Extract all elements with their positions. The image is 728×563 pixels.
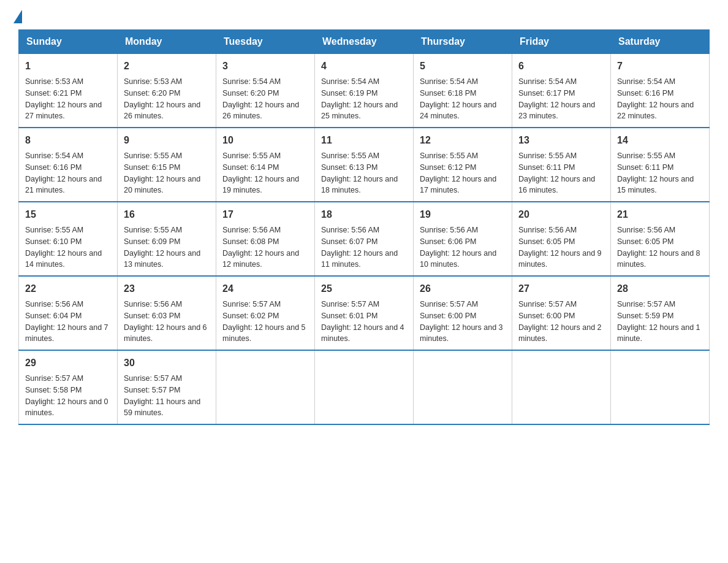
calendar-day-cell: 8Sunrise: 5:54 AMSunset: 6:16 PMDaylight… <box>19 128 118 202</box>
calendar-day-cell: 15Sunrise: 5:55 AMSunset: 6:10 PMDayligh… <box>19 202 118 276</box>
day-number: 9 <box>124 133 210 148</box>
calendar-day-cell: 9Sunrise: 5:55 AMSunset: 6:15 PMDaylight… <box>118 128 216 202</box>
day-info: Sunrise: 5:57 AMSunset: 5:59 PMDaylight:… <box>617 299 703 345</box>
day-number: 22 <box>25 282 111 296</box>
day-info: Sunrise: 5:54 AMSunset: 6:17 PMDaylight:… <box>518 76 604 122</box>
calendar-day-cell: 29Sunrise: 5:57 AMSunset: 5:58 PMDayligh… <box>19 350 118 424</box>
calendar-day-cell: 6Sunrise: 5:54 AMSunset: 6:17 PMDaylight… <box>512 54 611 128</box>
weekday-header-saturday: Saturday <box>611 30 710 54</box>
day-number: 23 <box>124 282 210 296</box>
weekday-header-thursday: Thursday <box>414 30 512 54</box>
day-number: 2 <box>124 59 210 74</box>
day-number: 14 <box>617 133 703 148</box>
day-info: Sunrise: 5:57 AMSunset: 5:57 PMDaylight:… <box>124 373 210 419</box>
day-info: Sunrise: 5:55 AMSunset: 6:15 PMDaylight:… <box>124 150 210 196</box>
day-number: 7 <box>617 59 703 74</box>
weekday-header-row: SundayMondayTuesdayWednesdayThursdayFrid… <box>19 30 710 54</box>
day-info: Sunrise: 5:53 AMSunset: 6:20 PMDaylight:… <box>124 76 210 122</box>
day-info: Sunrise: 5:56 AMSunset: 6:07 PMDaylight:… <box>321 224 407 270</box>
calendar-day-cell: 25Sunrise: 5:57 AMSunset: 6:01 PMDayligh… <box>315 276 414 350</box>
day-number: 3 <box>222 59 308 74</box>
day-info: Sunrise: 5:55 AMSunset: 6:09 PMDaylight:… <box>124 224 210 270</box>
day-info: Sunrise: 5:57 AMSunset: 6:00 PMDaylight:… <box>420 299 506 345</box>
calendar-day-cell: 7Sunrise: 5:54 AMSunset: 6:16 PMDaylight… <box>611 54 710 128</box>
calendar-day-cell: 24Sunrise: 5:57 AMSunset: 6:02 PMDayligh… <box>216 276 315 350</box>
day-number: 30 <box>124 356 210 370</box>
weekday-header-tuesday: Tuesday <box>216 30 315 54</box>
day-number: 16 <box>124 207 210 222</box>
calendar-day-cell: 26Sunrise: 5:57 AMSunset: 6:00 PMDayligh… <box>414 276 512 350</box>
day-number: 21 <box>617 207 703 222</box>
calendar-week-row: 1Sunrise: 5:53 AMSunset: 6:21 PMDaylight… <box>19 54 710 128</box>
calendar-header: SundayMondayTuesdayWednesdayThursdayFrid… <box>19 30 710 54</box>
calendar-day-cell: 2Sunrise: 5:53 AMSunset: 6:20 PMDaylight… <box>118 54 216 128</box>
calendar-day-cell: 30Sunrise: 5:57 AMSunset: 5:57 PMDayligh… <box>118 350 216 424</box>
day-info: Sunrise: 5:56 AMSunset: 6:05 PMDaylight:… <box>617 224 703 270</box>
calendar-day-cell: 21Sunrise: 5:56 AMSunset: 6:05 PMDayligh… <box>611 202 710 276</box>
day-number: 26 <box>420 282 506 296</box>
day-number: 8 <box>25 133 111 148</box>
day-info: Sunrise: 5:54 AMSunset: 6:19 PMDaylight:… <box>321 76 407 122</box>
calendar-day-cell: 22Sunrise: 5:56 AMSunset: 6:04 PMDayligh… <box>19 276 118 350</box>
calendar-day-cell <box>611 350 710 424</box>
day-number: 1 <box>25 59 111 74</box>
day-number: 15 <box>25 207 111 222</box>
day-info: Sunrise: 5:55 AMSunset: 6:14 PMDaylight:… <box>222 150 308 196</box>
day-info: Sunrise: 5:54 AMSunset: 6:18 PMDaylight:… <box>420 76 506 122</box>
day-number: 25 <box>321 282 407 296</box>
day-number: 13 <box>518 133 604 148</box>
calendar-day-cell: 5Sunrise: 5:54 AMSunset: 6:18 PMDaylight… <box>414 54 512 128</box>
day-number: 20 <box>518 207 604 222</box>
day-number: 11 <box>321 133 407 148</box>
calendar-day-cell: 27Sunrise: 5:57 AMSunset: 6:00 PMDayligh… <box>512 276 611 350</box>
calendar-day-cell <box>414 350 512 424</box>
weekday-header-wednesday: Wednesday <box>315 30 414 54</box>
weekday-header-monday: Monday <box>118 30 216 54</box>
calendar-day-cell: 14Sunrise: 5:55 AMSunset: 6:11 PMDayligh… <box>611 128 710 202</box>
day-info: Sunrise: 5:55 AMSunset: 6:11 PMDaylight:… <box>518 150 604 196</box>
day-number: 4 <box>321 59 407 74</box>
calendar-day-cell: 1Sunrise: 5:53 AMSunset: 6:21 PMDaylight… <box>19 54 118 128</box>
day-info: Sunrise: 5:54 AMSunset: 6:20 PMDaylight:… <box>222 76 308 122</box>
day-number: 10 <box>222 133 308 148</box>
calendar-day-cell: 11Sunrise: 5:55 AMSunset: 6:13 PMDayligh… <box>315 128 414 202</box>
calendar-day-cell: 17Sunrise: 5:56 AMSunset: 6:08 PMDayligh… <box>216 202 315 276</box>
calendar-day-cell: 13Sunrise: 5:55 AMSunset: 6:11 PMDayligh… <box>512 128 611 202</box>
logo-text <box>18 12 22 23</box>
day-info: Sunrise: 5:54 AMSunset: 6:16 PMDaylight:… <box>617 76 703 122</box>
calendar-day-cell <box>512 350 611 424</box>
day-info: Sunrise: 5:53 AMSunset: 6:21 PMDaylight:… <box>25 76 111 122</box>
day-info: Sunrise: 5:56 AMSunset: 6:04 PMDaylight:… <box>25 299 111 345</box>
day-number: 19 <box>420 207 506 222</box>
logo <box>18 12 22 23</box>
weekday-header-sunday: Sunday <box>19 30 118 54</box>
calendar-body: 1Sunrise: 5:53 AMSunset: 6:21 PMDaylight… <box>19 54 710 425</box>
day-info: Sunrise: 5:54 AMSunset: 6:16 PMDaylight:… <box>25 150 111 196</box>
day-info: Sunrise: 5:56 AMSunset: 6:06 PMDaylight:… <box>420 224 506 270</box>
day-info: Sunrise: 5:55 AMSunset: 6:13 PMDaylight:… <box>321 150 407 196</box>
day-number: 24 <box>222 282 308 296</box>
calendar-day-cell: 12Sunrise: 5:55 AMSunset: 6:12 PMDayligh… <box>414 128 512 202</box>
calendar-day-cell: 4Sunrise: 5:54 AMSunset: 6:19 PMDaylight… <box>315 54 414 128</box>
day-info: Sunrise: 5:55 AMSunset: 6:12 PMDaylight:… <box>420 150 506 196</box>
day-info: Sunrise: 5:57 AMSunset: 6:00 PMDaylight:… <box>518 299 604 345</box>
day-number: 6 <box>518 59 604 74</box>
day-info: Sunrise: 5:55 AMSunset: 6:11 PMDaylight:… <box>617 150 703 196</box>
day-info: Sunrise: 5:57 AMSunset: 5:58 PMDaylight:… <box>25 373 111 419</box>
calendar-day-cell <box>315 350 414 424</box>
page-header <box>18 12 710 23</box>
weekday-header-friday: Friday <box>512 30 611 54</box>
calendar-day-cell: 19Sunrise: 5:56 AMSunset: 6:06 PMDayligh… <box>414 202 512 276</box>
day-number: 5 <box>420 59 506 74</box>
day-info: Sunrise: 5:56 AMSunset: 6:03 PMDaylight:… <box>124 299 210 345</box>
calendar-day-cell: 3Sunrise: 5:54 AMSunset: 6:20 PMDaylight… <box>216 54 315 128</box>
day-info: Sunrise: 5:57 AMSunset: 6:02 PMDaylight:… <box>222 299 308 345</box>
day-number: 12 <box>420 133 506 148</box>
calendar-day-cell: 18Sunrise: 5:56 AMSunset: 6:07 PMDayligh… <box>315 202 414 276</box>
calendar-week-row: 15Sunrise: 5:55 AMSunset: 6:10 PMDayligh… <box>19 202 710 276</box>
calendar-day-cell: 23Sunrise: 5:56 AMSunset: 6:03 PMDayligh… <box>118 276 216 350</box>
day-number: 29 <box>25 356 111 370</box>
logo-triangle-icon <box>13 10 22 23</box>
day-info: Sunrise: 5:56 AMSunset: 6:08 PMDaylight:… <box>222 224 308 270</box>
day-number: 17 <box>222 207 308 222</box>
